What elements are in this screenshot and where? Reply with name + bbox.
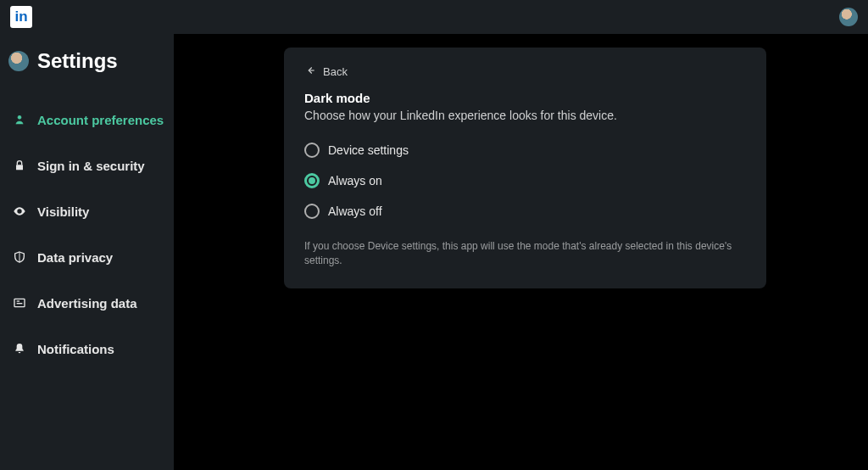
sidebar: Settings Account preferences Sign in & s… bbox=[0, 34, 174, 470]
main-content: Back Dark mode Choose how your LinkedIn … bbox=[174, 34, 868, 470]
svg-point-0 bbox=[18, 115, 21, 119]
profile-avatar-button[interactable] bbox=[839, 8, 858, 26]
sidebar-item-label: Advertising data bbox=[37, 296, 137, 311]
radio-dot bbox=[309, 177, 315, 184]
top-bar: in bbox=[0, 0, 868, 34]
radio-label: Always on bbox=[328, 174, 382, 187]
person-icon bbox=[12, 112, 27, 127]
newspaper-icon bbox=[12, 295, 27, 311]
back-label: Back bbox=[323, 65, 348, 78]
radio-indicator bbox=[304, 143, 320, 158]
page-title: Settings bbox=[37, 49, 118, 73]
profile-avatar bbox=[8, 51, 29, 71]
sidebar-item-label: Account preferences bbox=[37, 113, 164, 127]
radio-option-always-on[interactable]: Always on bbox=[304, 173, 746, 188]
sidebar-item-account-preferences[interactable]: Account preferences bbox=[8, 97, 165, 143]
eye-icon bbox=[12, 204, 27, 219]
sidebar-item-label: Sign in & security bbox=[37, 159, 145, 173]
svg-rect-1 bbox=[16, 165, 23, 170]
lock-icon bbox=[12, 158, 27, 173]
back-button[interactable]: Back bbox=[304, 64, 348, 79]
settings-panel: Back Dark mode Choose how your LinkedIn … bbox=[284, 48, 766, 288]
arrow-left-icon bbox=[304, 64, 316, 79]
sidebar-item-visibility[interactable]: Visibility bbox=[8, 188, 165, 234]
radio-option-always-off[interactable]: Always off bbox=[304, 204, 746, 219]
sidebar-item-notifications[interactable]: Notifications bbox=[8, 326, 165, 372]
sidebar-item-data-privacy[interactable]: Data privacy bbox=[8, 234, 165, 280]
linkedin-logo[interactable]: in bbox=[10, 6, 32, 28]
sidebar-item-sign-in-security[interactable]: Sign in & security bbox=[8, 143, 165, 188]
bell-icon bbox=[12, 341, 27, 356]
svg-point-2 bbox=[19, 210, 21, 213]
sidebar-item-label: Notifications bbox=[37, 342, 114, 356]
sidebar-item-advertising-data[interactable]: Advertising data bbox=[8, 280, 165, 326]
radio-indicator bbox=[304, 173, 320, 188]
dark-mode-radio-group: Device settings Always on Always off bbox=[304, 143, 746, 219]
radio-indicator bbox=[304, 204, 320, 219]
main-container: Settings Account preferences Sign in & s… bbox=[0, 34, 868, 470]
radio-label: Always off bbox=[328, 204, 382, 218]
settings-header: Settings bbox=[8, 49, 165, 73]
panel-subtitle: Choose how your LinkedIn experience look… bbox=[304, 109, 746, 122]
radio-label: Device settings bbox=[328, 143, 409, 157]
sidebar-item-label: Data privacy bbox=[37, 250, 113, 265]
sidebar-item-label: Visibility bbox=[37, 204, 89, 219]
shield-icon bbox=[12, 249, 27, 265]
radio-option-device-settings[interactable]: Device settings bbox=[304, 143, 746, 158]
panel-note: If you choose Device settings, this app … bbox=[304, 239, 746, 268]
panel-title: Dark mode bbox=[304, 91, 746, 105]
